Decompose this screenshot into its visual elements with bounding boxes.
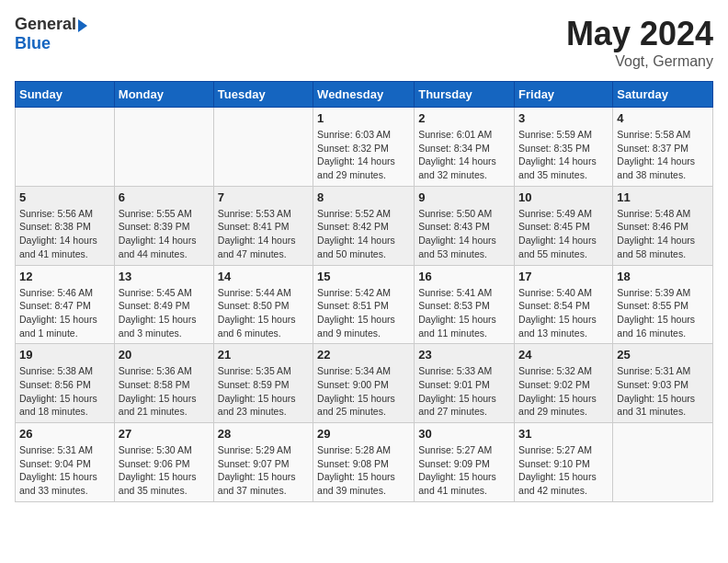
calendar-table: SundayMondayTuesdayWednesdayThursdayFrid… [15,81,713,502]
day-number: 9 [418,190,510,204]
day-info: Sunrise: 5:59 AMSunset: 8:35 PMDaylight:… [518,128,609,182]
day-number: 23 [418,348,510,362]
calendar-cell: 13Sunrise: 5:45 AMSunset: 8:49 PMDayligh… [114,265,213,344]
calendar-cell: 14Sunrise: 5:44 AMSunset: 8:50 PMDayligh… [213,265,313,344]
day-number: 4 [617,111,709,125]
day-info: Sunrise: 5:36 AMSunset: 8:58 PMDaylight:… [119,364,210,419]
day-number: 31 [518,427,609,441]
day-number: 25 [617,348,709,362]
calendar-cell: 25Sunrise: 5:31 AMSunset: 9:03 PMDayligh… [613,344,713,423]
day-number: 6 [119,190,210,204]
day-number: 28 [218,427,309,441]
calendar-cell: 12Sunrise: 5:46 AMSunset: 8:47 PMDayligh… [16,265,115,344]
day-info: Sunrise: 5:48 AMSunset: 8:46 PMDaylight:… [617,207,709,261]
day-number: 11 [617,190,709,204]
day-info: Sunrise: 5:30 AMSunset: 9:06 PMDaylight:… [119,443,210,498]
day-number: 10 [518,190,609,204]
day-number: 13 [119,270,210,283]
calendar-cell: 26Sunrise: 5:31 AMSunset: 9:04 PMDayligh… [16,423,115,502]
day-info: Sunrise: 5:35 AMSunset: 8:59 PMDaylight:… [218,364,309,419]
day-number: 16 [418,270,510,283]
calendar-cell: 4Sunrise: 5:58 AMSunset: 8:37 PMDaylight… [613,108,713,187]
calendar-cell: 31Sunrise: 5:27 AMSunset: 9:10 PMDayligh… [515,423,613,502]
weekday-header-thursday: Thursday [415,82,515,108]
day-info: Sunrise: 5:42 AMSunset: 8:51 PMDaylight:… [317,286,410,340]
calendar-cell [114,108,213,187]
weekday-header-saturday: Saturday [613,82,713,108]
logo-blue-text: Blue [15,34,51,53]
day-number: 22 [317,348,410,362]
day-info: Sunrise: 5:41 AMSunset: 8:53 PMDaylight:… [418,286,510,340]
logo-arrow-icon [78,19,87,32]
calendar-cell: 9Sunrise: 5:50 AMSunset: 8:43 PMDaylight… [415,186,515,265]
calendar-week-4: 19Sunrise: 5:38 AMSunset: 8:56 PMDayligh… [16,344,713,423]
calendar-cell [213,108,313,187]
day-info: Sunrise: 5:52 AMSunset: 8:42 PMDaylight:… [317,207,410,261]
day-number: 15 [317,270,410,283]
day-info: Sunrise: 5:45 AMSunset: 8:49 PMDaylight:… [119,286,210,340]
day-info: Sunrise: 5:38 AMSunset: 8:56 PMDaylight:… [19,364,110,419]
calendar-week-5: 26Sunrise: 5:31 AMSunset: 9:04 PMDayligh… [16,423,713,502]
calendar-cell: 24Sunrise: 5:32 AMSunset: 9:02 PMDayligh… [515,344,613,423]
day-info: Sunrise: 5:29 AMSunset: 9:07 PMDaylight:… [218,443,309,498]
logo-general-text: General [15,15,76,34]
calendar-cell: 19Sunrise: 5:38 AMSunset: 8:56 PMDayligh… [16,344,115,423]
day-info: Sunrise: 5:50 AMSunset: 8:43 PMDaylight:… [418,207,510,261]
day-number: 24 [518,348,609,362]
calendar-cell: 5Sunrise: 5:56 AMSunset: 8:38 PMDaylight… [16,186,115,265]
logo: General Blue [15,15,87,53]
day-info: Sunrise: 5:39 AMSunset: 8:55 PMDaylight:… [617,286,709,340]
day-number: 21 [218,348,309,362]
day-info: Sunrise: 5:53 AMSunset: 8:41 PMDaylight:… [218,207,309,261]
day-number: 3 [518,111,609,125]
calendar-cell: 2Sunrise: 6:01 AMSunset: 8:34 PMDaylight… [415,108,515,187]
day-number: 26 [19,427,110,441]
day-info: Sunrise: 6:01 AMSunset: 8:34 PMDaylight:… [418,128,510,182]
calendar-cell [16,108,115,187]
calendar-cell: 15Sunrise: 5:42 AMSunset: 8:51 PMDayligh… [313,265,415,344]
weekday-header-sunday: Sunday [16,82,115,108]
day-info: Sunrise: 5:32 AMSunset: 9:02 PMDaylight:… [518,364,609,419]
day-info: Sunrise: 5:31 AMSunset: 9:04 PMDaylight:… [19,443,110,498]
day-info: Sunrise: 5:46 AMSunset: 8:47 PMDaylight:… [19,286,110,340]
calendar-cell: 27Sunrise: 5:30 AMSunset: 9:06 PMDayligh… [114,423,213,502]
day-info: Sunrise: 5:27 AMSunset: 9:09 PMDaylight:… [418,443,510,498]
calendar-cell: 7Sunrise: 5:53 AMSunset: 8:41 PMDaylight… [213,186,313,265]
day-info: Sunrise: 5:49 AMSunset: 8:45 PMDaylight:… [518,207,609,261]
calendar-cell [613,423,713,502]
day-number: 17 [518,270,609,283]
day-info: Sunrise: 5:28 AMSunset: 9:08 PMDaylight:… [317,443,410,498]
day-number: 30 [418,427,510,441]
day-info: Sunrise: 5:44 AMSunset: 8:50 PMDaylight:… [218,286,309,340]
weekday-header-tuesday: Tuesday [213,82,313,108]
day-info: Sunrise: 5:56 AMSunset: 8:38 PMDaylight:… [19,207,110,261]
calendar-cell: 28Sunrise: 5:29 AMSunset: 9:07 PMDayligh… [213,423,313,502]
calendar-cell: 20Sunrise: 5:36 AMSunset: 8:58 PMDayligh… [114,344,213,423]
day-number: 12 [19,270,110,283]
weekday-header-monday: Monday [114,82,213,108]
day-number: 8 [317,190,410,204]
day-number: 18 [617,270,709,283]
day-info: Sunrise: 5:27 AMSunset: 9:10 PMDaylight:… [518,443,609,498]
day-number: 27 [119,427,210,441]
calendar-cell: 10Sunrise: 5:49 AMSunset: 8:45 PMDayligh… [515,186,613,265]
day-info: Sunrise: 5:55 AMSunset: 8:39 PMDaylight:… [119,207,210,261]
calendar-header: SundayMondayTuesdayWednesdayThursdayFrid… [16,82,713,108]
calendar-week-1: 1Sunrise: 6:03 AMSunset: 8:32 PMDaylight… [16,108,713,187]
day-number: 7 [218,190,309,204]
calendar-cell: 30Sunrise: 5:27 AMSunset: 9:09 PMDayligh… [415,423,515,502]
day-number: 20 [119,348,210,362]
weekday-header-friday: Friday [515,82,613,108]
title-block: May 2024 Vogt, Germany [566,15,713,70]
weekday-header-row: SundayMondayTuesdayWednesdayThursdayFrid… [16,82,713,108]
day-info: Sunrise: 5:40 AMSunset: 8:54 PMDaylight:… [518,286,609,340]
calendar-body: 1Sunrise: 6:03 AMSunset: 8:32 PMDaylight… [16,108,713,502]
day-info: Sunrise: 5:34 AMSunset: 9:00 PMDaylight:… [317,364,410,419]
day-info: Sunrise: 5:31 AMSunset: 9:03 PMDaylight:… [617,364,709,419]
location-subtitle: Vogt, Germany [566,53,713,70]
day-info: Sunrise: 5:33 AMSunset: 9:01 PMDaylight:… [418,364,510,419]
day-number: 19 [19,348,110,362]
calendar-week-2: 5Sunrise: 5:56 AMSunset: 8:38 PMDaylight… [16,186,713,265]
calendar-cell: 29Sunrise: 5:28 AMSunset: 9:08 PMDayligh… [313,423,415,502]
day-number: 1 [317,111,410,125]
